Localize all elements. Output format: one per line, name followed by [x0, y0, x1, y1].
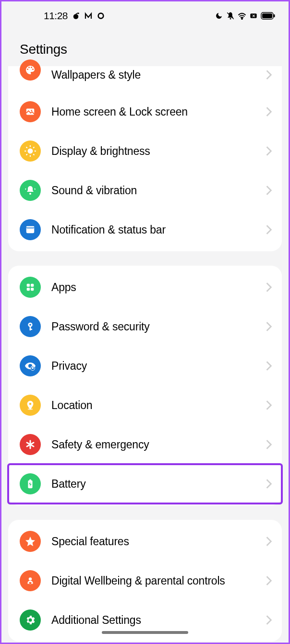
settings-item-special[interactable]: Special features [8, 522, 282, 561]
svg-point-34 [29, 365, 31, 367]
settings-item-password[interactable]: Password & security [8, 307, 282, 346]
wifi-icon [238, 12, 246, 20]
item-label: Notification & status bar [51, 223, 255, 237]
m-icon [84, 12, 93, 20]
settings-item-privacy[interactable]: Privacy [8, 346, 282, 386]
item-label: Wallpapers & style [51, 68, 255, 82]
chevron-right-icon [266, 185, 272, 196]
chevron-right-icon [266, 439, 272, 450]
item-label: Location [51, 398, 255, 412]
gear-icon [20, 609, 41, 631]
image-icon [20, 101, 41, 122]
svg-point-3 [230, 18, 231, 20]
settings-item-display[interactable]: Display & brightness [8, 131, 282, 171]
svg-rect-27 [31, 284, 34, 287]
circle-icon [97, 12, 105, 20]
nav-handle[interactable] [102, 631, 188, 634]
svg-line-16 [26, 147, 27, 148]
svg-point-22 [29, 193, 31, 195]
svg-rect-28 [27, 288, 30, 291]
settings-group-system: Apps Password & security Privacy Locatio… [8, 266, 282, 505]
settings-group-display: Wallpapers & style Home screen & Lock sc… [8, 66, 282, 251]
chevron-right-icon [266, 70, 272, 80]
chevron-right-icon [266, 146, 272, 156]
settings-item-location[interactable]: Location [8, 386, 282, 425]
item-label: Sound & vibration [51, 184, 255, 198]
svg-rect-26 [27, 284, 30, 287]
settings-content: Wallpapers & style Home screen & Lock sc… [1, 66, 289, 642]
settings-item-apps[interactable]: Apps [8, 268, 282, 307]
svg-rect-9 [262, 13, 272, 18]
chevron-right-icon [266, 282, 272, 293]
svg-point-2 [98, 13, 104, 19]
notification-icon [20, 219, 41, 240]
svg-rect-42 [29, 480, 31, 481]
item-label: Apps [51, 281, 255, 294]
item-label: Battery [51, 477, 255, 491]
svg-point-43 [29, 577, 32, 580]
page-title: Settings [20, 42, 270, 57]
svg-text:✕: ✕ [252, 14, 255, 18]
svg-rect-25 [26, 226, 35, 228]
palette-icon [20, 59, 41, 81]
settings-item-wellbeing[interactable]: Digital Wellbeing & parental controls [8, 561, 282, 600]
moon-icon [215, 12, 223, 20]
svg-rect-10 [274, 14, 275, 17]
chevron-right-icon [266, 106, 272, 117]
chevron-right-icon [266, 479, 272, 489]
sun-icon [20, 141, 41, 162]
item-label: Home screen & Lock screen [51, 105, 255, 119]
mute-icon [226, 12, 235, 20]
item-label: Display & brightness [51, 144, 255, 158]
chevron-right-icon [266, 321, 272, 332]
svg-line-20 [26, 154, 27, 155]
item-label: Password & security [51, 320, 255, 334]
chevron-right-icon [266, 536, 272, 547]
settings-item-homescreen[interactable]: Home screen & Lock screen [8, 92, 282, 131]
reddit-icon [72, 12, 80, 20]
battery-icon [20, 473, 41, 494]
battery-icon [261, 12, 275, 20]
chevron-right-icon [266, 615, 272, 625]
svg-point-31 [29, 324, 31, 326]
settings-item-safety[interactable]: Safety & emergency [8, 425, 282, 464]
heart-icon [20, 570, 41, 591]
svg-rect-36 [32, 367, 34, 369]
bell-icon [20, 180, 41, 201]
status-bar: 11:28 ✕ [1, 1, 289, 28]
settings-item-sound[interactable]: Sound & vibration [8, 171, 282, 210]
settings-item-battery[interactable]: Battery [8, 464, 282, 503]
svg-point-5 [242, 18, 242, 19]
status-time: 11:28 [44, 10, 68, 22]
asterisk-icon [20, 434, 41, 455]
item-label: Special features [51, 535, 255, 549]
svg-point-37 [28, 409, 33, 410]
svg-line-21 [33, 147, 34, 148]
settings-group-additional: Special features Digital Wellbeing & par… [8, 520, 282, 642]
status-right: ✕ [215, 12, 275, 20]
svg-rect-29 [31, 288, 34, 291]
item-label: Safety & emergency [51, 438, 255, 452]
header: Settings [1, 28, 289, 69]
chevron-right-icon [266, 224, 272, 235]
status-left: 11:28 [44, 10, 105, 22]
location-icon [20, 395, 41, 416]
svg-point-12 [31, 110, 32, 111]
svg-line-17 [33, 154, 34, 155]
svg-point-13 [28, 149, 33, 154]
svg-rect-32 [30, 327, 31, 330]
chevron-right-icon [266, 400, 272, 410]
key-icon [20, 316, 41, 337]
eye-icon [20, 355, 41, 376]
chevron-right-icon [266, 361, 272, 371]
signal-icon: ✕ [249, 12, 258, 20]
settings-item-wallpapers[interactable]: Wallpapers & style [8, 66, 282, 92]
item-label: Additional Settings [51, 613, 255, 627]
item-label: Digital Wellbeing & parental controls [51, 574, 255, 588]
apps-icon [20, 277, 41, 298]
svg-rect-33 [30, 329, 33, 330]
star-icon [20, 531, 41, 552]
settings-item-notification[interactable]: Notification & status bar [8, 210, 282, 249]
chevron-right-icon [266, 575, 272, 586]
svg-point-0 [73, 14, 79, 19]
